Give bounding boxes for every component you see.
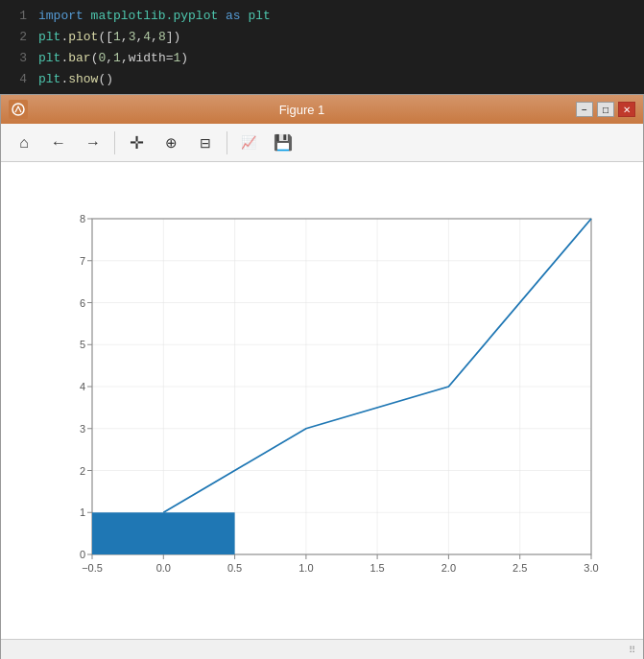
subplots-button[interactable]: ⊟ [190, 128, 221, 158]
window-icon [9, 100, 28, 119]
svg-text:8: 8 [79, 213, 84, 224]
zoom-button[interactable]: ⊕ [155, 128, 186, 158]
plot-toolbar: ⌂ ← → ✛ ⊕ ⊟ 📈 💾 [1, 124, 643, 162]
bar-chart-bar [92, 512, 235, 554]
svg-text:1.5: 1.5 [370, 562, 384, 574]
svg-text:0: 0 [79, 549, 84, 560]
window-controls: − □ ✕ [576, 102, 635, 117]
customize-button[interactable]: 📈 [233, 128, 264, 158]
line-number-4: 4 [0, 69, 38, 90]
code-content-4: plt.show() [38, 69, 113, 90]
window-title: Figure 1 [28, 103, 576, 117]
svg-text:2.0: 2.0 [441, 562, 455, 574]
svg-text:1.0: 1.0 [298, 562, 313, 574]
plot-area: 0 1 2 3 4 5 6 7 8 −0.5 [1, 162, 643, 639]
save-button[interactable]: 💾 [268, 128, 298, 158]
svg-text:7: 7 [79, 254, 84, 266]
svg-text:6: 6 [79, 296, 84, 308]
svg-text:1: 1 [79, 506, 84, 518]
svg-text:4: 4 [79, 381, 84, 392]
svg-text:2: 2 [79, 464, 84, 476]
resize-handle[interactable]: ⠿ [629, 645, 635, 655]
code-line-1: 1 import matplotlib.pyplot as plt [0, 6, 644, 27]
pan-button[interactable]: ✛ [121, 128, 152, 158]
status-bar: ⠿ [1, 639, 643, 659]
line-number-3: 3 [0, 48, 38, 69]
svg-text:0.5: 0.5 [227, 562, 241, 574]
close-button[interactable]: ✕ [618, 102, 635, 117]
svg-text:0.0: 0.0 [155, 562, 170, 574]
maximize-button[interactable]: □ [597, 102, 614, 117]
code-line-2: 2 plt.plot([1,3,4,8]) [0, 27, 644, 48]
code-content-2: plt.plot([1,3,4,8]) [38, 27, 180, 48]
minimize-button[interactable]: − [576, 102, 593, 117]
code-content-1: import matplotlib.pyplot as plt [38, 6, 271, 27]
line-number-2: 2 [0, 27, 38, 48]
svg-text:3.0: 3.0 [584, 562, 598, 574]
toolbar-separator-1 [114, 131, 115, 154]
code-content-3: plt.bar(0,1,width=1) [38, 48, 188, 69]
code-editor: 1 import matplotlib.pyplot as plt 2 plt.… [0, 0, 644, 94]
svg-text:3: 3 [79, 422, 84, 434]
chart-svg: 0 1 2 3 4 5 6 7 8 −0.5 [39, 209, 606, 593]
title-bar: Figure 1 − □ ✕ [1, 95, 643, 124]
code-line-4: 4 plt.show() [0, 69, 644, 90]
line-number-1: 1 [0, 6, 38, 27]
code-line-3: 3 plt.bar(0,1,width=1) [0, 48, 644, 69]
svg-text:2.5: 2.5 [513, 562, 527, 574]
home-button[interactable]: ⌂ [9, 128, 39, 158]
svg-text:5: 5 [79, 339, 84, 350]
figure-window: Figure 1 − □ ✕ ⌂ ← → ✛ ⊕ ⊟ 📈 💾 [0, 94, 644, 659]
svg-text:−0.5: −0.5 [82, 562, 103, 574]
chart-container: 0 1 2 3 4 5 6 7 8 −0.5 [39, 209, 606, 593]
toolbar-separator-2 [227, 131, 227, 154]
forward-button[interactable]: → [78, 128, 108, 158]
back-button[interactable]: ← [43, 128, 74, 158]
